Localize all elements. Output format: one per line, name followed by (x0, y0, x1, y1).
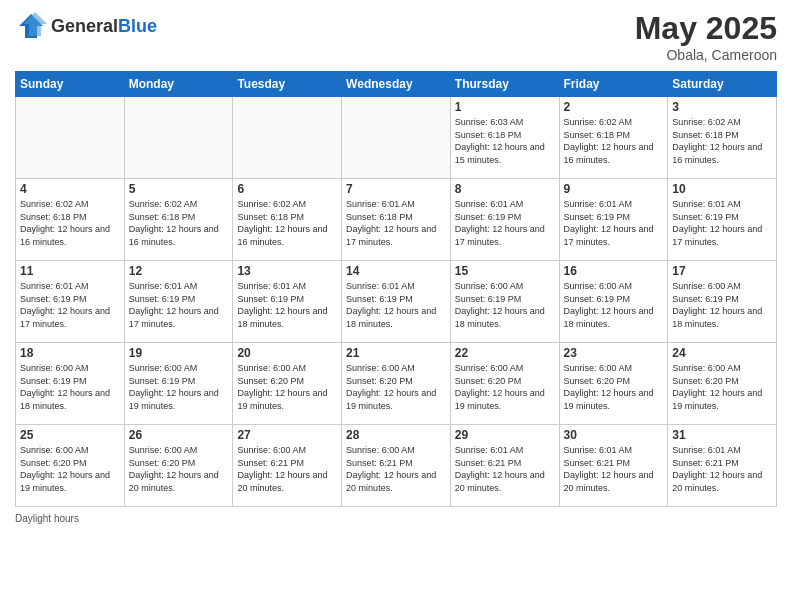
day-info: Sunrise: 6:01 AM Sunset: 6:19 PM Dayligh… (672, 198, 772, 248)
table-row: 11Sunrise: 6:01 AM Sunset: 6:19 PM Dayli… (16, 261, 125, 343)
calendar-week-row: 11Sunrise: 6:01 AM Sunset: 6:19 PM Dayli… (16, 261, 777, 343)
table-row: 13Sunrise: 6:01 AM Sunset: 6:19 PM Dayli… (233, 261, 342, 343)
day-info: Sunrise: 6:01 AM Sunset: 6:18 PM Dayligh… (346, 198, 446, 248)
title-block: May 2025 Obala, Cameroon (635, 10, 777, 63)
col-sunday: Sunday (16, 72, 125, 97)
calendar: Sunday Monday Tuesday Wednesday Thursday… (15, 71, 777, 507)
day-number: 24 (672, 346, 772, 360)
day-info: Sunrise: 6:00 AM Sunset: 6:21 PM Dayligh… (346, 444, 446, 494)
table-row: 19Sunrise: 6:00 AM Sunset: 6:19 PM Dayli… (124, 343, 233, 425)
legend: Daylight hours (15, 513, 777, 524)
day-number: 18 (20, 346, 120, 360)
table-row: 26Sunrise: 6:00 AM Sunset: 6:20 PM Dayli… (124, 425, 233, 507)
logo-general: General (51, 16, 118, 36)
table-row: 18Sunrise: 6:00 AM Sunset: 6:19 PM Dayli… (16, 343, 125, 425)
day-number: 2 (564, 100, 664, 114)
day-number: 6 (237, 182, 337, 196)
day-info: Sunrise: 6:00 AM Sunset: 6:19 PM Dayligh… (672, 280, 772, 330)
day-info: Sunrise: 6:00 AM Sunset: 6:20 PM Dayligh… (672, 362, 772, 412)
day-number: 31 (672, 428, 772, 442)
day-number: 28 (346, 428, 446, 442)
day-number: 16 (564, 264, 664, 278)
table-row: 7Sunrise: 6:01 AM Sunset: 6:18 PM Daylig… (342, 179, 451, 261)
day-number: 3 (672, 100, 772, 114)
table-row: 3Sunrise: 6:02 AM Sunset: 6:18 PM Daylig… (668, 97, 777, 179)
table-row: 20Sunrise: 6:00 AM Sunset: 6:20 PM Dayli… (233, 343, 342, 425)
table-row: 17Sunrise: 6:00 AM Sunset: 6:19 PM Dayli… (668, 261, 777, 343)
day-info: Sunrise: 6:02 AM Sunset: 6:18 PM Dayligh… (237, 198, 337, 248)
table-row: 10Sunrise: 6:01 AM Sunset: 6:19 PM Dayli… (668, 179, 777, 261)
day-info: Sunrise: 6:01 AM Sunset: 6:19 PM Dayligh… (237, 280, 337, 330)
day-number: 11 (20, 264, 120, 278)
day-number: 8 (455, 182, 555, 196)
table-row: 31Sunrise: 6:01 AM Sunset: 6:21 PM Dayli… (668, 425, 777, 507)
day-number: 25 (20, 428, 120, 442)
day-number: 30 (564, 428, 664, 442)
logo-text: GeneralBlue (51, 16, 157, 37)
day-number: 21 (346, 346, 446, 360)
day-info: Sunrise: 6:02 AM Sunset: 6:18 PM Dayligh… (20, 198, 120, 248)
header: GeneralBlue May 2025 Obala, Cameroon (15, 10, 777, 63)
day-info: Sunrise: 6:01 AM Sunset: 6:19 PM Dayligh… (129, 280, 229, 330)
day-number: 26 (129, 428, 229, 442)
day-info: Sunrise: 6:01 AM Sunset: 6:21 PM Dayligh… (672, 444, 772, 494)
table-row: 1Sunrise: 6:03 AM Sunset: 6:18 PM Daylig… (450, 97, 559, 179)
day-info: Sunrise: 6:01 AM Sunset: 6:19 PM Dayligh… (346, 280, 446, 330)
day-info: Sunrise: 6:00 AM Sunset: 6:19 PM Dayligh… (564, 280, 664, 330)
day-number: 12 (129, 264, 229, 278)
table-row (16, 97, 125, 179)
table-row: 14Sunrise: 6:01 AM Sunset: 6:19 PM Dayli… (342, 261, 451, 343)
location: Obala, Cameroon (635, 47, 777, 63)
table-row (124, 97, 233, 179)
table-row: 2Sunrise: 6:02 AM Sunset: 6:18 PM Daylig… (559, 97, 668, 179)
col-wednesday: Wednesday (342, 72, 451, 97)
table-row: 27Sunrise: 6:00 AM Sunset: 6:21 PM Dayli… (233, 425, 342, 507)
day-number: 4 (20, 182, 120, 196)
day-info: Sunrise: 6:00 AM Sunset: 6:19 PM Dayligh… (129, 362, 229, 412)
col-friday: Friday (559, 72, 668, 97)
table-row: 30Sunrise: 6:01 AM Sunset: 6:21 PM Dayli… (559, 425, 668, 507)
day-number: 7 (346, 182, 446, 196)
day-number: 17 (672, 264, 772, 278)
day-info: Sunrise: 6:00 AM Sunset: 6:21 PM Dayligh… (237, 444, 337, 494)
table-row: 23Sunrise: 6:00 AM Sunset: 6:20 PM Dayli… (559, 343, 668, 425)
day-info: Sunrise: 6:00 AM Sunset: 6:20 PM Dayligh… (346, 362, 446, 412)
table-row: 28Sunrise: 6:00 AM Sunset: 6:21 PM Dayli… (342, 425, 451, 507)
table-row: 5Sunrise: 6:02 AM Sunset: 6:18 PM Daylig… (124, 179, 233, 261)
calendar-week-row: 25Sunrise: 6:00 AM Sunset: 6:20 PM Dayli… (16, 425, 777, 507)
day-number: 13 (237, 264, 337, 278)
day-info: Sunrise: 6:02 AM Sunset: 6:18 PM Dayligh… (564, 116, 664, 166)
day-number: 20 (237, 346, 337, 360)
day-number: 15 (455, 264, 555, 278)
table-row: 16Sunrise: 6:00 AM Sunset: 6:19 PM Dayli… (559, 261, 668, 343)
day-number: 27 (237, 428, 337, 442)
day-info: Sunrise: 6:01 AM Sunset: 6:21 PM Dayligh… (564, 444, 664, 494)
day-info: Sunrise: 6:01 AM Sunset: 6:19 PM Dayligh… (455, 198, 555, 248)
col-tuesday: Tuesday (233, 72, 342, 97)
table-row: 21Sunrise: 6:00 AM Sunset: 6:20 PM Dayli… (342, 343, 451, 425)
table-row: 24Sunrise: 6:00 AM Sunset: 6:20 PM Dayli… (668, 343, 777, 425)
day-info: Sunrise: 6:00 AM Sunset: 6:19 PM Dayligh… (455, 280, 555, 330)
table-row: 12Sunrise: 6:01 AM Sunset: 6:19 PM Dayli… (124, 261, 233, 343)
day-number: 1 (455, 100, 555, 114)
day-info: Sunrise: 6:00 AM Sunset: 6:20 PM Dayligh… (237, 362, 337, 412)
day-number: 22 (455, 346, 555, 360)
col-thursday: Thursday (450, 72, 559, 97)
day-info: Sunrise: 6:00 AM Sunset: 6:20 PM Dayligh… (20, 444, 120, 494)
col-monday: Monday (124, 72, 233, 97)
calendar-header-row: Sunday Monday Tuesday Wednesday Thursday… (16, 72, 777, 97)
day-number: 23 (564, 346, 664, 360)
day-info: Sunrise: 6:02 AM Sunset: 6:18 PM Dayligh… (129, 198, 229, 248)
table-row (233, 97, 342, 179)
day-info: Sunrise: 6:01 AM Sunset: 6:21 PM Dayligh… (455, 444, 555, 494)
table-row: 9Sunrise: 6:01 AM Sunset: 6:19 PM Daylig… (559, 179, 668, 261)
day-info: Sunrise: 6:00 AM Sunset: 6:20 PM Dayligh… (129, 444, 229, 494)
table-row: 22Sunrise: 6:00 AM Sunset: 6:20 PM Dayli… (450, 343, 559, 425)
logo-icon (15, 10, 47, 42)
logo: GeneralBlue (15, 10, 157, 42)
table-row: 8Sunrise: 6:01 AM Sunset: 6:19 PM Daylig… (450, 179, 559, 261)
page: GeneralBlue May 2025 Obala, Cameroon Sun… (0, 0, 792, 612)
day-info: Sunrise: 6:01 AM Sunset: 6:19 PM Dayligh… (564, 198, 664, 248)
day-info: Sunrise: 6:00 AM Sunset: 6:19 PM Dayligh… (20, 362, 120, 412)
day-number: 29 (455, 428, 555, 442)
